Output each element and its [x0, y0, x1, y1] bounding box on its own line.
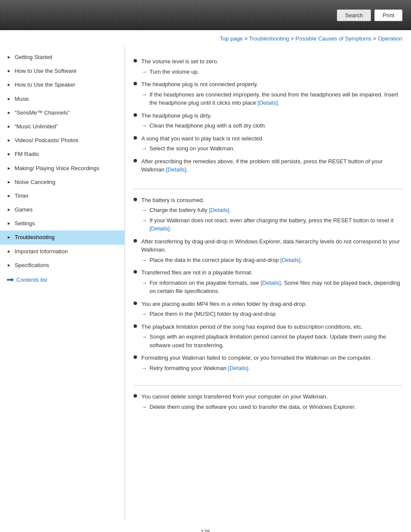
bullet-list-battery: The battery is consumed.→Charge the batt…	[134, 196, 402, 373]
bullet-content: You are placing audio MP4 files in a vid…	[141, 300, 402, 318]
sidebar-arrow-icon: ►	[7, 110, 11, 116]
sidebar-item-specifications[interactable]: ►Specifications	[0, 258, 125, 272]
details-link[interactable]: [Details]	[209, 207, 229, 213]
bullet-content: After transferring by drag-and-drop in W…	[141, 237, 402, 264]
breadcrumb-causes[interactable]: Possible Causes of Symptoms	[296, 35, 371, 42]
sidebar-item-label: Timer	[15, 192, 119, 200]
sidebar-item-getting-started[interactable]: ►Getting Started	[0, 50, 125, 64]
main-layout: ►Getting Started►How to Use the Software…	[0, 46, 411, 520]
bullet-content: Transferred files are not in a playable …	[141, 268, 402, 296]
sidebar-arrow-icon: ►	[7, 165, 11, 171]
breadcrumb-troubleshooting[interactable]: Troubleshooting	[249, 35, 289, 42]
sidebar-arrow-icon: ►	[7, 68, 11, 74]
arrow-item: →Delete them using the software you used…	[141, 403, 402, 411]
print-button[interactable]: Print	[374, 9, 402, 21]
details-link[interactable]: [Details]	[149, 225, 170, 232]
sidebar: ►Getting Started►How to Use the Software…	[0, 46, 125, 520]
sidebar-arrow-icon: ►	[7, 249, 11, 255]
arrow-item: →Songs with an expired playback limitati…	[141, 333, 402, 349]
sidebar-item-label: “Music Unlimited”	[15, 123, 119, 131]
sidebar-item-how-to-use-the-speaker[interactable]: ►How to Use the Speaker	[0, 78, 125, 92]
arrow-symbol: →	[141, 206, 147, 215]
breadcrumb-sep3: >	[371, 35, 378, 42]
breadcrumb-operation[interactable]: Operation	[378, 35, 402, 42]
sidebar-item-troubleshooting[interactable]: ►Troubleshooting	[0, 230, 125, 244]
bullet-text: The headphone plug is dirty.	[141, 112, 402, 120]
bullet-content: A song that you want to play back is not…	[141, 134, 402, 153]
sidebar-item-settings[interactable]: ►Settings	[0, 217, 125, 230]
bullet-dot-icon	[134, 136, 137, 140]
details-link[interactable]: [Details]	[280, 257, 301, 263]
list-item: A song that you want to play back is not…	[134, 134, 402, 153]
arrow-text: Place them in the [MUSIC] folder by drag…	[149, 310, 402, 318]
arrow-text: Songs with an expired playback limitatio…	[149, 333, 402, 349]
sidebar-item--sensme-channels-[interactable]: ►“SensMe™ Channels”	[0, 106, 125, 120]
sidebar-item-label: How to Use the Software	[15, 67, 119, 75]
sidebar-item-fm-radio[interactable]: ►FM Radio	[0, 147, 125, 161]
sidebar-item-label: Videos/ Podcasts/ Photos	[15, 137, 119, 144]
bullet-text: The volume level is set to zero.	[141, 57, 402, 66]
arrow-item: →Clean the headphone plug with a soft dr…	[141, 121, 402, 130]
list-item: Transferred files are not in a playable …	[134, 268, 402, 296]
arrow-symbol: →	[141, 333, 147, 341]
arrow-item: →Place the data in the correct place by …	[141, 256, 402, 264]
arrow-symbol: →	[141, 279, 147, 287]
sidebar-arrow-icon: ►	[7, 207, 11, 213]
search-button[interactable]: Search	[337, 9, 371, 21]
arrow-symbol: →	[141, 364, 147, 373]
arrow-text: If your Walkman does not react, even aft…	[149, 216, 402, 233]
sidebar-item-timer[interactable]: ►Timer	[0, 189, 125, 203]
sidebar-item-how-to-use-the-software[interactable]: ►How to Use the Software	[0, 64, 125, 78]
breadcrumb-sep2: >	[289, 35, 296, 42]
sidebar-item-label: Noise Canceling	[15, 178, 119, 186]
contents-list-link[interactable]: Contents list	[0, 272, 125, 287]
bullet-content: The headphone plug is not connected prop…	[141, 80, 402, 107]
breadcrumb-top-page[interactable]: Top page	[220, 35, 243, 42]
sidebar-item--music-unlimited-[interactable]: ►“Music Unlimited”	[0, 120, 125, 134]
arrow-text: Select the song on your Walkman.	[149, 144, 402, 153]
details-link[interactable]: [Details]	[261, 280, 281, 286]
list-item: The volume level is set to zero.→Turn th…	[134, 57, 402, 76]
arrow-symbol: →	[141, 403, 147, 411]
sidebar-item-videos-podcasts-photos[interactable]: ►Videos/ Podcasts/ Photos	[0, 134, 125, 147]
arrow-symbol: →	[141, 90, 147, 99]
arrow-symbol: →	[141, 68, 147, 76]
arrow-symbol: →	[141, 144, 147, 153]
sidebar-arrow-icon: ►	[7, 96, 11, 102]
sidebar-item-music[interactable]: ►Music	[0, 92, 125, 106]
sidebar-item-noise-canceling[interactable]: ►Noise Canceling	[0, 175, 125, 189]
sidebar-item-label: Important Information	[15, 248, 119, 255]
sidebar-item-label: Getting Started	[15, 53, 119, 61]
header: Search Print	[0, 0, 411, 30]
header-buttons: Search Print	[337, 9, 402, 21]
bullet-text: Transferred files are not in a playable …	[141, 268, 402, 277]
details-link[interactable]: [Details]	[258, 100, 278, 106]
arrow-symbol: →	[141, 310, 147, 318]
sidebar-arrow-icon: ►	[7, 193, 11, 199]
arrow-text: Delete them using the software you used …	[149, 403, 402, 411]
bullet-content: After prescribing the remedies above, if…	[141, 157, 402, 176]
bullet-list-delete: You cannot delete songs transferred from…	[134, 392, 402, 411]
sidebar-item-label: How to Use the Speaker	[15, 81, 119, 89]
details-link[interactable]: [Details]	[166, 166, 186, 173]
arrow-symbol: →	[141, 216, 147, 225]
sidebar-item-label: Settings	[15, 220, 119, 227]
sidebar-item-games[interactable]: ►Games	[0, 203, 125, 217]
content-area: The volume level is set to zero.→Turn th…	[125, 46, 411, 520]
bullet-text: A song that you want to play back is not…	[141, 134, 402, 143]
sidebar-item-important-information[interactable]: ►Important Information	[0, 245, 125, 258]
sidebar-item-label: Making/ Playing Voice Recordings	[15, 165, 119, 172]
breadcrumb: Top page > Troubleshooting > Possible Ca…	[0, 30, 411, 46]
arrow-text: If the headphones are connected improper…	[149, 90, 402, 107]
bullet-dot-icon	[134, 355, 137, 359]
sidebar-arrow-icon: ►	[7, 234, 11, 240]
arrow-item: →Place them in the [MUSIC] folder by dra…	[141, 310, 402, 318]
arrow-item: →Charge the battery fully [Details].	[141, 206, 402, 215]
list-item: The battery is consumed.→Charge the batt…	[134, 196, 402, 233]
sidebar-arrow-icon: ►	[7, 151, 11, 157]
bullet-dot-icon	[134, 270, 137, 274]
arrow-symbol: →	[141, 256, 147, 264]
sidebar-item-making-playing-voice-recordings[interactable]: ►Making/ Playing Voice Recordings	[0, 162, 125, 175]
details-link[interactable]: [Details]	[228, 365, 248, 371]
arrow-text: Place the data in the correct place by d…	[149, 256, 402, 264]
